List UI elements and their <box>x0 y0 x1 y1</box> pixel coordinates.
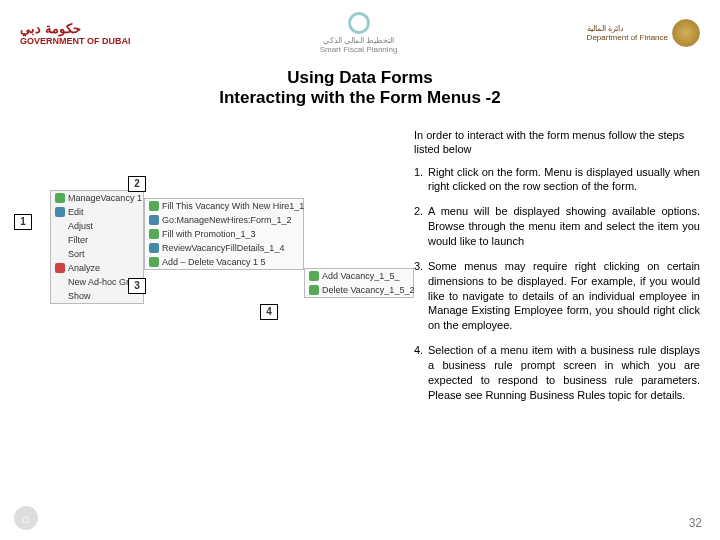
dubai-en: GOVERNMENT OF DUBAI <box>20 36 131 46</box>
gear-icon <box>309 285 319 295</box>
menu-icon <box>55 193 65 203</box>
logo-dof: دائرة المالية Department of Finance <box>587 19 700 47</box>
callout-1: 1 <box>14 214 32 230</box>
gear-icon <box>149 201 159 211</box>
menu1-item: ManageVacancy 1 <box>51 191 143 205</box>
menu3-item: Add Vacancy_1_5_ <box>305 269 413 283</box>
gear-icon <box>309 271 319 281</box>
ring-icon <box>344 9 372 37</box>
home-icon[interactable]: ⌂ <box>14 506 38 530</box>
step-item: 4.Selection of a menu item with a busine… <box>414 343 700 402</box>
menu-icon <box>55 235 65 245</box>
dof-ar: دائرة المالية <box>587 24 668 33</box>
menu1-item: Sort <box>51 247 143 261</box>
gear-icon <box>149 257 159 267</box>
callout-2: 2 <box>128 176 146 192</box>
callout-3: 3 <box>128 278 146 294</box>
menu3-item: Delete Vacancy_1_5_2 <box>305 283 413 297</box>
step-item: 1.Right click on the form. Menu is displ… <box>414 165 700 195</box>
slide-title: Using Data Forms Interacting with the Fo… <box>0 68 720 108</box>
menu1-item: Adjust <box>51 219 143 233</box>
sfp-ar: التخطيط المالي الذكي <box>320 36 398 45</box>
menu2-item: ReviewVacancyFillDetails_1_4 <box>145 241 303 255</box>
menu-icon <box>55 221 65 231</box>
callout-4: 4 <box>260 304 278 320</box>
gear-icon <box>149 215 159 225</box>
dof-en: Department of Finance <box>587 33 668 42</box>
page-number: 32 <box>689 516 702 530</box>
menu1-item: Filter <box>51 233 143 247</box>
menu-icon <box>55 207 65 217</box>
logo-dubai: حكومة دبي GOVERNMENT OF DUBAI <box>20 21 131 46</box>
step-item: 2.A menu will be displayed showing avail… <box>414 204 700 249</box>
menu1-item: Edit <box>51 205 143 219</box>
screenshot-area: ManageVacancy 1 Edit Adjust Filter Sort … <box>12 128 402 412</box>
menu-icon <box>55 277 65 287</box>
gear-icon <box>149 229 159 239</box>
instructions: In order to interact with the form menus… <box>402 128 708 412</box>
seal-icon <box>672 19 700 47</box>
dubai-ar: حكومة دبي <box>20 21 131 36</box>
menu2-item: Add – Delete Vacancy 1 5 <box>145 255 303 269</box>
context-menu-3[interactable]: Add Vacancy_1_5_ Delete Vacancy_1_5_2 <box>304 268 414 298</box>
menu1-item: Analyze <box>51 261 143 275</box>
context-menu-2[interactable]: Fill This Vacancy With New Hire1_1 Go:Ma… <box>144 198 304 270</box>
menu2-item: Fill This Vacancy With New Hire1_1 <box>145 199 303 213</box>
menu-icon <box>55 291 65 301</box>
step-item: 3.Some menus may require right clicking … <box>414 259 700 333</box>
title-line1: Using Data Forms <box>0 68 720 88</box>
sfp-en: Smart Fiscal Planning <box>320 45 398 54</box>
title-line2: Interacting with the Form Menus -2 <box>0 88 720 108</box>
decorative-arcs <box>460 420 720 510</box>
menu-icon <box>55 249 65 259</box>
menu-icon <box>55 263 65 273</box>
intro-text: In order to interact with the form menus… <box>414 128 700 157</box>
header-bar: حكومة دبي GOVERNMENT OF DUBAI التخطيط ال… <box>0 0 720 62</box>
logo-sfp: التخطيط المالي الذكي Smart Fiscal Planni… <box>320 12 398 54</box>
gear-icon <box>149 243 159 253</box>
menu2-item: Fill with Promotion_1_3 <box>145 227 303 241</box>
menu2-item: Go:ManageNewHires:Form_1_2 <box>145 213 303 227</box>
